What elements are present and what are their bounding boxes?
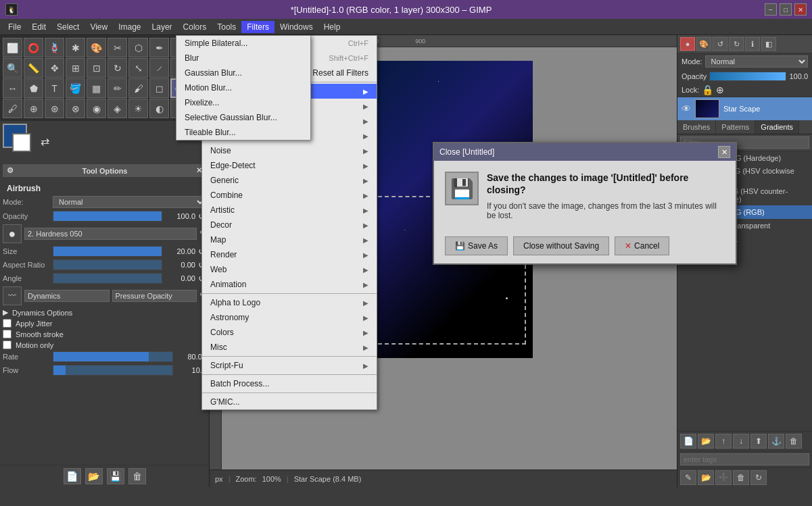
tool-foreground-select[interactable]: ⬡ (128, 38, 148, 57)
panel-down-btn[interactable]: ↓ (733, 434, 749, 449)
filters-astronomy[interactable]: Astronomy ▶ (202, 310, 377, 325)
lock-pixels-icon[interactable]: 🔒 (702, 84, 713, 95)
tool-blur-sharpen[interactable]: ◉ (87, 99, 106, 118)
tab-patterns[interactable]: Patterns (716, 120, 755, 134)
filters-animation[interactable]: Animation ▶ (202, 277, 377, 292)
blur-tileable[interactable]: Tileable Blur... (176, 125, 310, 140)
tool-select-color[interactable]: 🎨 (87, 38, 106, 57)
tool-paths[interactable]: ✒ (149, 38, 169, 57)
tool-paintbrush[interactable]: 🖌 (128, 78, 148, 98)
dynamics-preview[interactable]: 〰 (3, 286, 22, 305)
tags-refresh-btn[interactable]: ↻ (750, 470, 767, 485)
filters-alpha-to-logo[interactable]: Alpha to Logo ▶ (202, 295, 377, 310)
filters-noise[interactable]: Noise ▶ (202, 143, 377, 158)
tool-text[interactable]: T (45, 78, 64, 98)
filters-artistic[interactable]: Artistic ▶ (202, 203, 377, 218)
tool-ellipse-select[interactable]: ⭕ (24, 38, 43, 57)
tags-delete-btn[interactable]: 🗑 (733, 470, 749, 485)
tool-shear[interactable]: ⟋ (149, 58, 169, 78)
tags-input[interactable] (680, 453, 809, 465)
filters-edge-detect[interactable]: Edge-Detect ▶ (202, 158, 377, 173)
tab-gradients[interactable]: Gradients (755, 120, 799, 134)
tool-clone[interactable]: ⊕ (24, 99, 43, 118)
tool-measure[interactable]: 📏 (24, 58, 43, 78)
tags-open-btn[interactable]: 📂 (698, 470, 714, 485)
tool-zoom[interactable]: 🔍 (3, 58, 22, 78)
close-without-saving-button[interactable]: Close without Saving (513, 236, 609, 255)
window-close-button[interactable]: ✕ (794, 3, 807, 16)
blur-motion[interactable]: Motion Blur... (176, 80, 310, 95)
tab-brushes[interactable]: Brushes (677, 120, 716, 134)
rp-icon-info[interactable]: ℹ (745, 37, 760, 51)
panel-up-btn[interactable]: ↑ (715, 434, 732, 449)
rp-icon-extra[interactable]: ◧ (761, 37, 776, 51)
delete-icon[interactable]: 🗑 (128, 468, 146, 484)
tool-move[interactable]: ✥ (45, 58, 64, 78)
blur-pixelize[interactable]: Pixelize... (176, 95, 310, 110)
layer-row[interactable]: 👁 Star Scape (677, 97, 812, 120)
apply-jitter-checkbox[interactable] (3, 319, 11, 328)
filters-decor[interactable]: Decor ▶ (202, 218, 377, 232)
filters-combine[interactable]: Combine ▶ (202, 188, 377, 203)
tool-scale[interactable]: ⤡ (128, 58, 148, 78)
tool-crop[interactable]: ⊡ (87, 58, 106, 78)
rp-icon-redo[interactable]: ↻ (729, 37, 744, 51)
size-slider[interactable] (53, 246, 162, 257)
save-icon[interactable]: 💾 (107, 468, 124, 484)
tool-desaturate[interactable]: ◐ (149, 99, 169, 118)
minimize-button[interactable]: − (765, 3, 777, 16)
menu-colors[interactable]: Colors (178, 21, 212, 33)
tool-cage-transform[interactable]: ⬟ (24, 78, 43, 98)
tags-add-btn[interactable]: ➕ (715, 470, 732, 485)
filters-colors[interactable]: Colors ▶ (202, 325, 377, 340)
dynamics-options-arrow[interactable]: ▶ (3, 308, 8, 317)
filters-generic[interactable]: Generic ▶ (202, 173, 377, 188)
blur-simple-bilateral[interactable]: Simple Bilateral... (176, 36, 310, 51)
tool-perspective-clone[interactable]: ⊗ (66, 99, 85, 118)
tool-ink[interactable]: 🖋 (3, 99, 22, 118)
filters-gmic[interactable]: G'MIC... (202, 395, 377, 409)
layers-opacity-slider[interactable] (709, 72, 786, 81)
layer-visibility-icon[interactable]: 👁 (682, 103, 691, 114)
tool-flip[interactable]: ↔ (3, 78, 22, 98)
tool-smudge[interactable]: ◈ (108, 99, 127, 118)
brush-name[interactable]: 2. Hardness 050 (24, 228, 197, 240)
rp-icon-active[interactable]: ● (680, 37, 695, 51)
menu-view[interactable]: View (85, 21, 113, 33)
tool-dodge-burn[interactable]: ☀ (128, 99, 148, 118)
cancel-button[interactable]: ✕ Cancel (615, 236, 669, 255)
blur-gaussian[interactable]: Gaussian Blur... (176, 66, 310, 80)
tool-scissors[interactable]: ✂ (108, 38, 127, 57)
panel-export-btn[interactable]: ⬆ (750, 434, 767, 449)
menu-image[interactable]: Image (113, 21, 146, 33)
rp-icon-color[interactable]: 🎨 (696, 37, 711, 51)
tool-rotate[interactable]: ↻ (108, 58, 127, 78)
tool-bucket-fill[interactable]: 🪣 (66, 78, 85, 98)
tool-heal[interactable]: ⊛ (45, 99, 64, 118)
panel-link-btn[interactable]: ⚓ (768, 434, 784, 449)
new-image-icon[interactable]: 📄 (64, 468, 81, 484)
panel-delete-btn[interactable]: 🗑 (786, 434, 802, 449)
filters-render[interactable]: Render ▶ (202, 247, 377, 262)
rp-icon-undo[interactable]: ↺ (713, 37, 727, 51)
lock-position-icon[interactable]: ⊕ (716, 84, 724, 95)
tool-eraser[interactable]: ◻ (149, 78, 169, 98)
menu-layer[interactable]: Layer (147, 21, 178, 33)
menu-windows[interactable]: Windows (274, 21, 318, 33)
menu-edit[interactable]: Edit (26, 21, 51, 33)
open-image-icon[interactable]: 📂 (85, 468, 103, 484)
menu-filters[interactable]: Filters (241, 21, 274, 33)
filters-misc[interactable]: Misc ▶ (202, 340, 377, 355)
panel-open-btn[interactable]: 📂 (698, 434, 714, 449)
aspect-ratio-slider[interactable] (53, 259, 162, 270)
dialog-close-button[interactable]: ✕ (718, 146, 730, 158)
angle-slider[interactable] (53, 273, 162, 284)
menu-select[interactable]: Select (51, 21, 85, 33)
background-color[interactable] (12, 133, 31, 152)
mode-select[interactable]: Normal (53, 196, 206, 208)
filters-web[interactable]: Web ▶ (202, 262, 377, 277)
brush-preview[interactable]: ● (3, 224, 22, 243)
menu-tools[interactable]: Tools (212, 21, 241, 33)
panel-new-btn[interactable]: 📄 (680, 434, 696, 449)
tool-align[interactable]: ⊞ (66, 58, 85, 78)
